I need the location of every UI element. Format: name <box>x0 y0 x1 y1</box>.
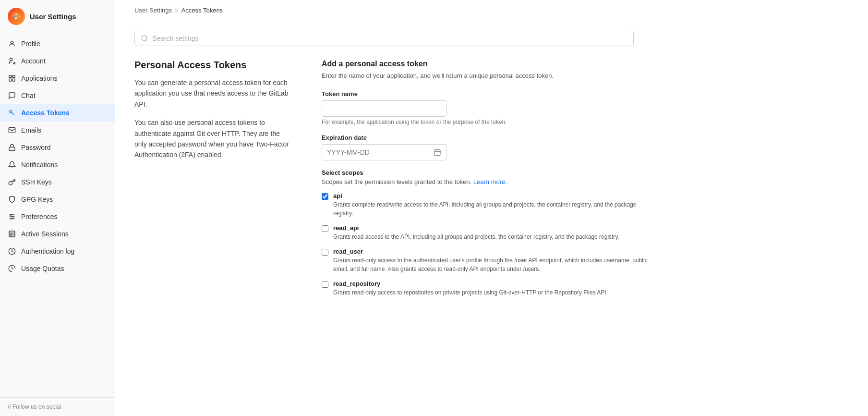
svg-point-15 <box>11 218 12 220</box>
scope-read-api-content: read_api Grants read access to the API, … <box>333 224 619 241</box>
scopes-desc: Scopes set the permission levels granted… <box>322 178 648 185</box>
scope-read-api-checkbox[interactable] <box>322 225 328 232</box>
scope-read-user-desc: Grants read-only access to the authentic… <box>333 256 648 273</box>
section-title: Personal Access Tokens <box>134 60 293 71</box>
scope-read-repository-name: read_repository <box>333 280 608 287</box>
form-subtitle: Enter the name of your application, and … <box>322 71 648 81</box>
expiration-input[interactable] <box>322 145 429 160</box>
sidebar-item-ssh-keys[interactable]: SSH Keys <box>0 173 115 191</box>
svg-line-22 <box>146 40 147 41</box>
breadcrumb: User Settings > Access Tokens <box>115 0 868 19</box>
sidebar: 🎨 User Settings Profile Account Applicat… <box>0 0 115 416</box>
search-bar[interactable] <box>134 31 634 46</box>
sidebar-title: User Settings <box>30 12 76 21</box>
section-desc-2: You can also use personal access tokens … <box>134 117 293 160</box>
expiration-label: Expiration date <box>322 134 648 141</box>
scope-read-user-checkbox[interactable] <box>322 249 328 256</box>
svg-point-14 <box>12 216 14 218</box>
scope-item-read-repository: read_repository Grants read-only access … <box>322 280 648 297</box>
sidebar-nav: Profile Account Applications Chat Access <box>0 31 115 397</box>
scope-api-checkbox[interactable] <box>322 193 328 200</box>
scopes-group: Select scopes Scopes set the permission … <box>322 169 648 297</box>
sidebar-item-notifications[interactable]: Notifications <box>0 156 115 173</box>
sidebar-item-active-sessions[interactable]: Active Sessions <box>0 225 115 243</box>
lock-icon <box>8 143 16 152</box>
date-input-wrap[interactable] <box>322 144 446 160</box>
token-name-label: Token name <box>322 90 648 98</box>
ssh-key-icon <box>8 178 16 186</box>
main-content: User Settings > Access Tokens Personal A… <box>115 0 868 416</box>
left-column: Personal Access Tokens You can generate … <box>134 60 293 168</box>
section-desc-1: You can generate a personal access token… <box>134 77 293 110</box>
expiration-date-group: Expiration date <box>322 134 648 160</box>
envelope-icon <box>8 126 16 135</box>
table-icon <box>8 230 16 238</box>
scope-read-api-name: read_api <box>333 224 619 232</box>
sidebar-item-gpg-keys[interactable]: GPG Keys <box>0 191 115 208</box>
scope-read-user-name: read_user <box>333 248 648 255</box>
sidebar-item-access-tokens[interactable]: Access Tokens <box>0 104 115 122</box>
scopes-title: Select scopes <box>322 169 648 176</box>
sidebar-item-applications[interactable]: Applications <box>0 70 115 87</box>
person-gear-icon <box>8 57 16 65</box>
right-column: Add a personal access token Enter the na… <box>322 60 648 306</box>
scope-item-read-api: read_api Grants read access to the API, … <box>322 224 648 241</box>
sidebar-item-preferences[interactable]: Preferences <box>0 208 115 225</box>
scope-item-api: api Grants complete read/write access to… <box>322 192 648 218</box>
sidebar-item-usage-quotas[interactable]: Usage Quotas <box>0 260 115 277</box>
sidebar-item-auth-log[interactable]: Authentication log <box>0 243 115 260</box>
search-input[interactable] <box>152 35 627 42</box>
sidebar-header: 🎨 User Settings <box>0 0 115 31</box>
calendar-icon[interactable] <box>429 148 446 156</box>
grid-icon <box>8 74 16 83</box>
person-icon <box>8 39 16 48</box>
gpg-icon <box>8 195 16 204</box>
two-col-layout: Personal Access Tokens You can generate … <box>134 60 797 306</box>
chat-icon <box>8 91 16 100</box>
learn-more-link[interactable]: Learn more. <box>473 178 507 185</box>
sidebar-item-chat[interactable]: Chat <box>0 87 115 104</box>
svg-point-21 <box>142 36 147 41</box>
scope-read-repository-checkbox[interactable] <box>322 281 328 288</box>
svg-rect-16 <box>9 231 15 237</box>
svg-rect-9 <box>9 147 15 150</box>
app-logo: 🎨 <box>8 8 25 25</box>
svg-point-13 <box>10 214 12 216</box>
svg-rect-5 <box>9 79 12 81</box>
scope-api-name: api <box>333 192 648 199</box>
scope-api-desc: Grants complete read/write access to the… <box>333 200 648 218</box>
sidebar-item-profile[interactable]: Profile <box>0 35 115 52</box>
sidebar-item-password[interactable]: Password <box>0 139 115 156</box>
breadcrumb-separator: > <box>175 7 179 14</box>
scope-read-api-desc: Grants read access to the API, including… <box>333 232 619 241</box>
token-name-hint: For example, the application using the t… <box>322 119 648 125</box>
svg-rect-6 <box>12 79 15 81</box>
scope-api-content: api Grants complete read/write access to… <box>333 192 648 218</box>
token-name-group: Token name For example, the application … <box>322 90 648 125</box>
svg-rect-3 <box>9 75 12 78</box>
token-name-input[interactable] <box>322 100 446 117</box>
content-area: Personal Access Tokens You can generate … <box>115 19 816 317</box>
scope-read-user-content: read_user Grants read-only access to the… <box>333 248 648 273</box>
form-title: Add a personal access token <box>322 60 648 68</box>
breadcrumb-parent[interactable]: User Settings <box>134 7 172 14</box>
clock-icon <box>8 247 16 256</box>
key-icon <box>8 109 16 117</box>
scope-item-read-user: read_user Grants read-only access to the… <box>322 248 648 273</box>
sidebar-item-emails[interactable]: Emails <box>0 122 115 139</box>
scope-read-repository-content: read_repository Grants read-only access … <box>333 280 608 297</box>
scope-read-repository-desc: Grants read-only access to repositories … <box>333 288 608 297</box>
sidebar-footer: // Follow us on social <box>0 397 115 416</box>
svg-rect-23 <box>434 149 440 155</box>
bell-icon <box>8 160 16 169</box>
svg-rect-8 <box>9 128 15 133</box>
sidebar-item-account[interactable]: Account <box>0 52 115 70</box>
sliders-icon <box>8 212 16 221</box>
svg-rect-4 <box>12 75 15 78</box>
svg-point-0 <box>11 41 13 44</box>
gauge-icon <box>8 264 16 273</box>
svg-point-7 <box>10 110 12 113</box>
search-icon <box>141 35 148 42</box>
svg-point-1 <box>10 58 12 61</box>
breadcrumb-current: Access Tokens <box>181 7 223 14</box>
